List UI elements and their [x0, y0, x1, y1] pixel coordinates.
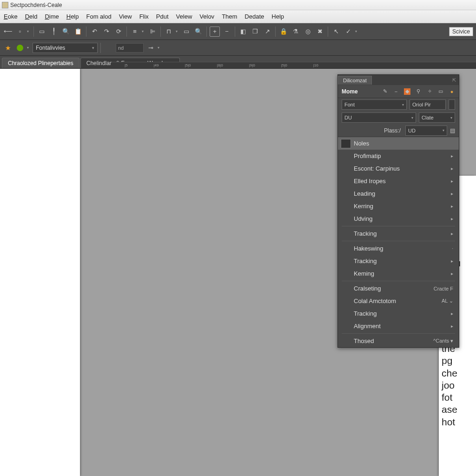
green-dot-icon[interactable]	[15, 43, 25, 53]
arrow-up-icon[interactable]: ↗	[262, 26, 272, 37]
close-icon[interactable]: ✖	[315, 26, 325, 37]
ruler-mark: |8|0	[217, 63, 223, 67]
menu-shortcut: ^Cants ▾	[433, 338, 453, 344]
circle-icon[interactable]: ●	[449, 88, 455, 95]
font-label-field[interactable]: Font▾	[342, 99, 407, 110]
add-icon[interactable]: +	[210, 26, 220, 37]
target-icon[interactable]: ◎	[303, 26, 313, 37]
chevron-right-icon: ▸	[451, 311, 453, 316]
menu-them[interactable]: Them	[222, 13, 237, 20]
chevron-right-icon: ▸	[451, 258, 453, 264]
settings-icon[interactable]: ▤	[450, 127, 455, 134]
menu-item-hakeswing[interactable]: Hakeswing·	[338, 242, 459, 255]
minus-icon[interactable]: −	[393, 88, 399, 95]
folder-icon[interactable]: ▭	[37, 26, 47, 37]
du-row: DU▾ Clate▾	[338, 111, 459, 124]
menu-item-noles[interactable]: Noles	[338, 137, 459, 150]
menu-item-leading[interactable]: Leading▸	[338, 187, 459, 200]
menu-velov[interactable]: Velov	[199, 13, 214, 20]
list-icon[interactable]: ≡	[130, 26, 140, 37]
menu-item-tracking[interactable]: Tracking▸	[338, 227, 459, 240]
menu-view[interactable]: View	[119, 13, 132, 20]
layers-icon[interactable]: ❐	[250, 26, 260, 37]
menu-deld[interactable]: Deld	[25, 13, 38, 20]
lock-icon[interactable]: 🔒	[278, 26, 289, 37]
menu-item-colal-amctotom[interactable]: Colal AmctotomAL ⌄	[338, 295, 459, 307]
font-family-combo[interactable]: Fontalivvies ▾	[33, 43, 98, 53]
align-icon[interactable]: ⊫	[147, 26, 158, 37]
menu-item-keming[interactable]: Keming▸	[338, 267, 459, 280]
menu-eoke[interactable]: Eoke	[4, 13, 18, 20]
service-field[interactable]: Scivice	[449, 27, 473, 36]
chevron-right-icon: ▸	[451, 216, 453, 221]
pencil-icon[interactable]: ✎	[382, 88, 388, 95]
frame-icon[interactable]: ⊓	[164, 26, 174, 37]
menu-item-cralseting[interactable]: CralsetingCracte F	[338, 282, 459, 295]
menu-item-escont-carpinus[interactable]: Escont: Carpinus▸	[338, 162, 459, 175]
blank-icon[interactable]	[104, 43, 114, 53]
menu-item-label: Tracking	[354, 230, 377, 237]
redo-icon[interactable]: ↷	[101, 26, 112, 37]
refresh-icon[interactable]: ⟳	[113, 26, 124, 37]
dropdown-icon[interactable]: ▾	[355, 29, 359, 33]
separator	[206, 26, 207, 37]
wrench-icon[interactable]: ✧	[426, 88, 433, 95]
nd-field[interactable]: nd	[116, 43, 144, 53]
menu-item-label: Escont: Carpinus	[354, 165, 400, 172]
font-extra-field[interactable]	[449, 99, 455, 110]
ruler-mark: |5	[125, 63, 128, 67]
puzzle-icon[interactable]: ◆	[404, 88, 410, 95]
menu-fomalod[interactable]: Fom alod	[86, 13, 111, 20]
star-icon[interactable]: ★	[3, 43, 13, 53]
check-icon[interactable]: ✓	[343, 26, 353, 37]
menu-item-kerring[interactable]: Kerring▸	[338, 200, 459, 212]
back-icon[interactable]: ⟵	[3, 26, 13, 37]
menu-item-elled-iropes[interactable]: Elled Iropes▸	[338, 175, 459, 187]
menu-pdut[interactable]: Pdut	[156, 13, 169, 20]
dropdown-icon[interactable]: ▾	[158, 46, 161, 50]
window-icon[interactable]: ◧	[238, 26, 248, 37]
menu-help[interactable]: Help	[66, 13, 79, 20]
slider-icon[interactable]: ⊸	[145, 43, 156, 53]
separator	[328, 26, 328, 37]
pin-icon[interactable]: ⇱	[452, 78, 456, 83]
minus-icon[interactable]: −	[222, 26, 232, 37]
menu-item-label: Hakeswing	[354, 245, 383, 252]
plass-field[interactable]: UD▾	[405, 126, 447, 136]
chevron-right-icon: ▸	[451, 191, 453, 196]
body-text: fot	[442, 391, 473, 403]
dropdown-icon[interactable]: ▾	[27, 46, 31, 50]
menu-item-profimatip[interactable]: Profimatip▸	[338, 150, 459, 162]
flask-icon[interactable]: ⚗	[291, 26, 301, 37]
du-value-field[interactable]: Clate▾	[419, 112, 455, 123]
du-label-field[interactable]: DU▾	[342, 112, 416, 123]
pointer-icon[interactable]: ↖	[331, 26, 341, 37]
menu-flix[interactable]: Flix	[139, 13, 149, 20]
chart-icon[interactable]: ╿	[49, 26, 59, 37]
dropdown-icon[interactable]: ▾	[176, 29, 179, 33]
menu-item-alignment[interactable]: Alignment▸	[338, 320, 459, 332]
doc-icon[interactable]: ▫	[15, 26, 25, 37]
screen-icon[interactable]: ▭	[181, 26, 192, 37]
menu-help2[interactable]: Help	[271, 13, 284, 20]
page-left[interactable]	[0, 69, 80, 476]
panel-home-row: Mome ✎ − ◆ ⚲ ✧ ▭ ●	[338, 85, 459, 98]
dropdown-icon[interactable]: ▾	[27, 29, 31, 33]
undo-icon[interactable]: ↶	[89, 26, 99, 37]
zoom-icon[interactable]: 🔍	[193, 26, 204, 37]
menu-item-tracking[interactable]: Tracking▸	[338, 255, 459, 267]
menu-item-udving[interactable]: Udving▸	[338, 212, 459, 225]
page-icon[interactable]: ▭	[437, 88, 444, 95]
person-icon[interactable]: ⚲	[415, 88, 422, 95]
menu-item-thosed[interactable]: Thosed^Cants ▾	[338, 335, 459, 347]
font-value-field[interactable]: Oriol Pir	[410, 99, 446, 110]
panel-tab-dilicomzat[interactable]: Dilicomzat	[338, 76, 372, 85]
menu-item-tracking[interactable]: Tracking▸	[338, 307, 459, 320]
menu-dime[interactable]: Dime	[45, 13, 59, 20]
dropdown-icon[interactable]: ▾	[142, 29, 145, 33]
tab-1[interactable]: Chraolozed Plinepertabies	[2, 58, 79, 68]
menu-velew[interactable]: Velew	[176, 13, 192, 20]
search-icon[interactable]: 🔍	[61, 26, 71, 37]
clipboard-icon[interactable]: 📋	[73, 26, 83, 37]
menu-dedate[interactable]: Dedate	[245, 13, 264, 20]
